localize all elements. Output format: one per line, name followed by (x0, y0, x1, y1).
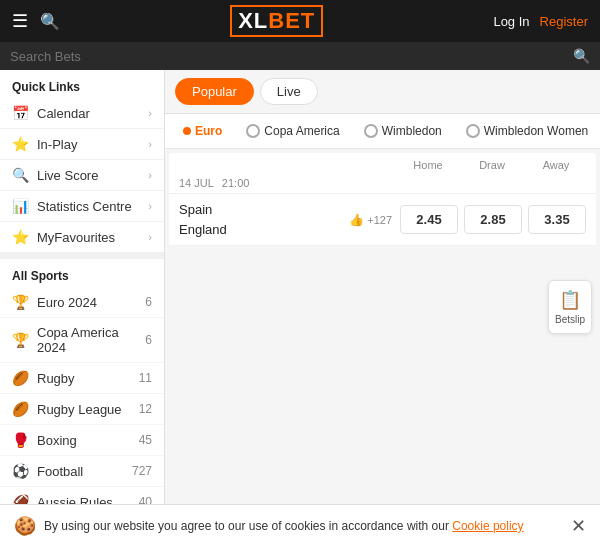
sport-item-euro2024[interactable]: 🏆 Euro 2024 6 (0, 287, 164, 318)
sport-count: 11 (139, 371, 152, 385)
football-icon: ⚽ (12, 463, 29, 479)
sport-label: Euro 2024 (37, 295, 97, 310)
main-content: Popular Live Euro Copa America Wimbledon… (165, 70, 600, 541)
sidebar-item-calendar[interactable]: 📅 Calendar › (0, 98, 164, 129)
sub-tab-label: Copa America (264, 124, 339, 138)
login-button[interactable]: Log In (493, 14, 529, 29)
wimbledon-women-icon (466, 124, 480, 138)
sport-count: 12 (139, 402, 152, 416)
tab-live[interactable]: Live (260, 78, 318, 105)
betslip-label: Betslip (555, 314, 585, 325)
logo: XLBET (230, 5, 323, 37)
search-bar: 🔍 (0, 42, 600, 70)
sub-tab-copa[interactable]: Copa America (236, 120, 349, 142)
sidebar-item-label: MyFavourites (37, 230, 115, 245)
sub-tab-wimbledon-women[interactable]: Wimbledon Women (456, 120, 598, 142)
team1-name: Spain (179, 200, 349, 220)
sidebar-item-livescore[interactable]: 🔍 Live Score › (0, 160, 164, 191)
sport-item-rugby[interactable]: 🏉 Rugby 11 (0, 363, 164, 394)
livescore-icon: 🔍 (12, 167, 29, 183)
header-left: ☰ 🔍 (12, 10, 60, 32)
sport-item-copa2024[interactable]: 🏆 Copa America 2024 6 (0, 318, 164, 363)
sport-count: 6 (145, 333, 152, 347)
match-date-row: 14 JUL 21:00 (169, 173, 596, 194)
sport-label: Rugby (37, 371, 75, 386)
copa-icon (246, 124, 260, 138)
team2-name: England (179, 220, 349, 240)
cookie-banner: 🍪 By using our website you agree to our … (0, 504, 600, 547)
sport-count: 727 (132, 464, 152, 478)
thumb-icon: 👍 (349, 213, 364, 227)
sidebar-item-favourites[interactable]: ⭐ MyFavourites › (0, 222, 164, 253)
match-date: 14 JUL (179, 177, 214, 189)
header-right: Log In Register (493, 14, 588, 29)
betslip-button[interactable]: 📋 Betslip (548, 280, 592, 334)
sidebar-item-label: In-Play (37, 137, 77, 152)
sport-label: Copa America 2024 (37, 325, 145, 355)
sub-tab-label: Wimbledon Women (484, 124, 588, 138)
match-extra: 👍 +127 (349, 213, 392, 227)
logo-xl: XLBET (230, 5, 323, 37)
statistics-icon: 📊 (12, 198, 29, 214)
sub-tab-euro[interactable]: Euro (173, 120, 232, 142)
cookie-policy-link[interactable]: Cookie policy (452, 519, 523, 533)
sidebar-item-label: Calendar (37, 106, 90, 121)
sidebar: Quick Links 📅 Calendar › ⭐ In-Play › 🔍 L… (0, 70, 165, 541)
match-column-headers: Home Draw Away (169, 153, 596, 173)
sidebar-item-label: Statistics Centre (37, 199, 132, 214)
sub-tab-label: Euro (195, 124, 222, 138)
sport-label: Rugby League (37, 402, 122, 417)
odd-draw-button[interactable]: 2.85 (464, 205, 522, 234)
sport-count: 6 (145, 295, 152, 309)
chevron-right-icon: › (148, 138, 152, 150)
cookie-icon: 🍪 (14, 515, 36, 537)
match-teams: Spain England (179, 200, 349, 239)
menu-icon[interactable]: ☰ (12, 10, 28, 32)
away-column-header: Away (526, 159, 586, 171)
search-submit-button[interactable]: 🔍 (573, 48, 590, 64)
main-layout: Quick Links 📅 Calendar › ⭐ In-Play › 🔍 L… (0, 70, 600, 541)
sidebar-item-inplay[interactable]: ⭐ In-Play › (0, 129, 164, 160)
draw-column-header: Draw (462, 159, 522, 171)
wimbledon-icon (364, 124, 378, 138)
search-input[interactable] (10, 49, 567, 64)
inplay-icon: ⭐ (12, 136, 29, 152)
chevron-right-icon: › (148, 231, 152, 243)
sub-tab-wimbledon[interactable]: Wimbledon (354, 120, 452, 142)
match-time: 21:00 (222, 177, 250, 189)
chevron-right-icon: › (148, 200, 152, 212)
favourites-icon: ⭐ (12, 229, 29, 245)
sport-label: Football (37, 464, 83, 479)
sidebar-item-label: Live Score (37, 168, 98, 183)
quick-links-title: Quick Links (0, 70, 164, 98)
sport-item-rugby-league[interactable]: 🏉 Rugby League 12 (0, 394, 164, 425)
betslip-icon: 📋 (559, 289, 581, 311)
sidebar-item-statistics[interactable]: 📊 Statistics Centre › (0, 191, 164, 222)
boxing-icon: 🥊 (12, 432, 29, 448)
all-sports-title: All Sports (0, 259, 164, 287)
home-column-header: Home (398, 159, 458, 171)
odd-home-button[interactable]: 2.45 (400, 205, 458, 234)
cookie-text: By using our website you agree to our us… (44, 519, 563, 533)
calendar-icon: 📅 (12, 105, 29, 121)
header: ☰ 🔍 XLBET Log In Register (0, 0, 600, 42)
sport-label: Boxing (37, 433, 77, 448)
tab-popular[interactable]: Popular (175, 78, 254, 105)
sport-count: 45 (139, 433, 152, 447)
main-tabs: Popular Live (165, 70, 600, 114)
sport-item-boxing[interactable]: 🥊 Boxing 45 (0, 425, 164, 456)
sub-tabs: Euro Copa America Wimbledon Wimbledon Wo… (165, 114, 600, 149)
register-button[interactable]: Register (540, 14, 588, 29)
match-area: Home Draw Away 14 JUL 21:00 Spain Englan… (169, 153, 596, 246)
cookie-close-button[interactable]: ✕ (571, 515, 586, 537)
chevron-right-icon: › (148, 169, 152, 181)
chevron-right-icon: › (148, 107, 152, 119)
match-row: Spain England 👍 +127 2.45 2.85 3.35 (169, 194, 596, 246)
sub-tab-label: Wimbledon (382, 124, 442, 138)
match-odds: 2.45 2.85 3.35 (400, 205, 586, 234)
sport-item-football[interactable]: ⚽ Football 727 (0, 456, 164, 487)
trophy-icon: 🏆 (12, 294, 29, 310)
rugby-league-icon: 🏉 (12, 401, 29, 417)
search-icon[interactable]: 🔍 (40, 12, 60, 31)
odd-away-button[interactable]: 3.35 (528, 205, 586, 234)
